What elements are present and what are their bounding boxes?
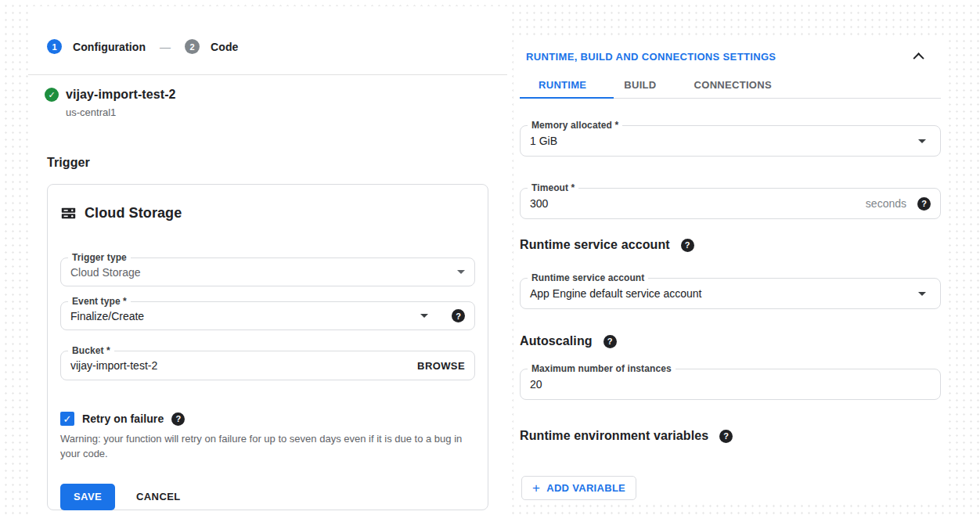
function-name: vijay-import-test-2 [66,88,176,102]
timeout-field: Timeout * seconds ? [520,188,941,219]
runtime-settings-panel: RUNTIME, BUILD AND CONNECTIONS SETTINGS … [513,38,947,503]
bucket-input[interactable] [70,359,417,372]
stepper: 1 Configuration — 2 Code [47,39,488,54]
settings-tabs: RUNTIME BUILD CONNECTIONS [520,79,941,99]
chevron-down-icon [420,314,428,318]
env-vars-section-title: Runtime environment variables [520,429,708,443]
memory-allocated-select[interactable]: Memory allocated * 1 GiB [520,125,941,157]
trigger-type-label: Trigger type [68,252,131,263]
check-circle-icon: ✓ [45,88,59,102]
tab-runtime[interactable]: RUNTIME [520,79,605,98]
plus-icon: + [532,481,540,495]
max-instances-input[interactable] [530,378,931,391]
tab-build[interactable]: BUILD [605,79,675,98]
help-icon[interactable]: ? [603,335,617,348]
memory-allocated-value: 1 GiB [530,135,918,147]
max-instances-field: Maximum number of instances [520,369,941,400]
help-icon[interactable]: ? [452,309,465,322]
configuration-panel: 1 Configuration — 2 Code ✓ vijay-import-… [28,6,507,515]
help-icon[interactable]: ? [917,197,931,211]
function-region: us-central1 [66,106,488,118]
cloud-storage-icon [60,206,77,221]
event-type-label: Event type * [68,296,131,307]
step-2-label[interactable]: Code [211,41,238,53]
service-account-section-title: Runtime service account [520,238,670,252]
service-account-select[interactable]: Runtime service account App Engine defau… [520,278,941,309]
help-icon[interactable]: ? [171,412,185,426]
timeout-label: Timeout * [528,182,578,193]
step-2-indicator[interactable]: 2 [185,39,200,54]
step-separator: — [160,41,171,53]
chevron-down-icon [457,270,465,274]
step-1-label[interactable]: Configuration [73,41,146,53]
settings-expander-link[interactable]: RUNTIME, BUILD AND CONNECTIONS SETTINGS [526,51,776,63]
browse-button[interactable]: BROWSE [417,360,465,372]
autoscaling-section-title: Autoscaling [520,334,593,348]
add-variable-button[interactable]: + ADD VARIABLE [521,476,636,500]
retry-label[interactable]: Retry on failure [82,412,164,425]
save-button[interactable]: SAVE [60,484,115,510]
bucket-label: Bucket * [68,345,114,356]
help-icon[interactable]: ? [681,239,694,252]
event-type-select[interactable]: Event type * Finalize/Create ? [60,301,475,330]
bucket-field: Bucket * BROWSE [60,351,475,380]
service-account-label: Runtime service account [528,272,648,283]
event-type-value: Finalize/Create [70,310,420,322]
step-1-indicator[interactable]: 1 [47,39,62,54]
service-account-value: App Engine default service account [530,287,918,300]
divider [28,74,507,75]
trigger-card-title: Cloud Storage [85,205,182,221]
timeout-input[interactable] [530,197,866,210]
trigger-type-value: Cloud Storage [70,266,457,279]
trigger-section-title: Trigger [47,156,488,170]
chevron-up-icon[interactable] [913,52,924,63]
help-icon[interactable]: ? [719,430,733,443]
retry-warning-text: Warning: your function will retry on fai… [60,432,475,462]
memory-allocated-label: Memory allocated * [528,120,622,131]
trigger-card: Cloud Storage Trigger type Cloud Storage… [47,184,488,510]
max-instances-label: Maximum number of instances [528,363,676,374]
chevron-down-icon [918,139,926,143]
active-tab-underline [520,97,614,99]
trigger-type-select[interactable]: Trigger type Cloud Storage [60,258,475,286]
add-variable-label: ADD VARIABLE [546,482,625,494]
chevron-down-icon [918,292,926,296]
retry-checkbox[interactable]: ✓ [60,412,74,426]
timeout-suffix: seconds [866,197,906,210]
tab-connections[interactable]: CONNECTIONS [676,79,791,98]
cancel-button[interactable]: CANCEL [136,484,181,510]
